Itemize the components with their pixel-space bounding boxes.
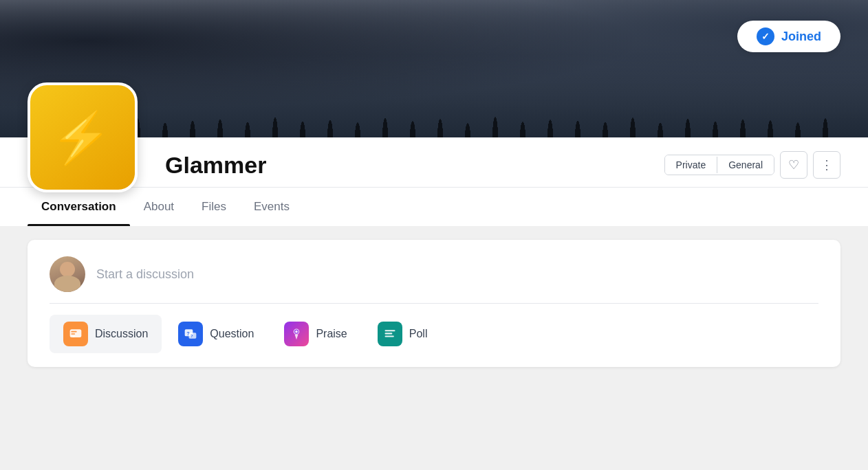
group-icon: ⚡ [28,82,138,192]
tab-about[interactable]: About [130,188,188,226]
svg-rect-1 [71,331,76,333]
praise-label: Praise [316,328,347,340]
profile-section: ⚡ Glammer Private General ♡ ⋮ [0,137,868,187]
like-button[interactable]: ♡ [780,151,807,179]
question-icon: ? ? [178,322,203,346]
tabs-nav: Conversation About Files Events [28,188,840,226]
tab-events[interactable]: Events [240,188,303,226]
svg-text:?: ? [191,334,193,338]
discussion-label: Discussion [95,328,148,340]
question-label: Question [210,328,254,340]
start-discussion-row: Start a discussion [50,256,818,292]
tab-conversation[interactable]: Conversation [28,188,130,226]
discussion-card: Start a discussion Discussion [28,240,840,367]
content-area: Start a discussion Discussion [0,226,868,432]
header-actions: Private General ♡ ⋮ [664,151,840,179]
tab-files[interactable]: Files [188,188,240,226]
joined-button[interactable]: ✓ Joined [737,21,840,52]
poll-label: Poll [409,328,428,340]
svg-rect-12 [384,333,392,334]
svg-rect-11 [384,330,395,331]
start-discussion-placeholder[interactable]: Start a discussion [96,267,818,282]
joined-check-icon: ✓ [757,27,774,45]
post-type-buttons: Discussion ? ? Question [50,315,818,353]
heart-icon: ♡ [788,157,799,172]
category-tag: General [717,155,774,175]
more-options-button[interactable]: ⋮ [813,151,840,179]
discussion-icon [63,322,88,346]
group-name: Glammer [165,152,266,179]
user-avatar [50,256,85,292]
lightning-icon: ⚡ [50,113,112,162]
page-wrapper: ✓ Joined ⚡ Glammer Private General ♡ ⋮ [0,0,868,432]
joined-label: Joined [781,30,821,44]
tags-container: Private General [664,155,774,175]
tabs-section: Conversation About Files Events [0,187,868,226]
post-type-discussion-button[interactable]: Discussion [50,315,162,353]
divider [50,303,818,304]
post-type-question-button[interactable]: ? ? Question [164,315,268,353]
post-type-praise-button[interactable]: Praise [270,315,360,353]
svg-rect-2 [71,333,75,335]
privacy-tag: Private [665,155,717,175]
svg-rect-13 [384,336,393,337]
svg-marker-9 [295,335,299,340]
praise-icon [284,322,309,346]
more-icon: ⋮ [821,157,833,172]
profile-header: Glammer Private General ♡ ⋮ [28,137,840,187]
post-type-poll-button[interactable]: Poll [364,315,442,353]
poll-icon [378,322,402,346]
